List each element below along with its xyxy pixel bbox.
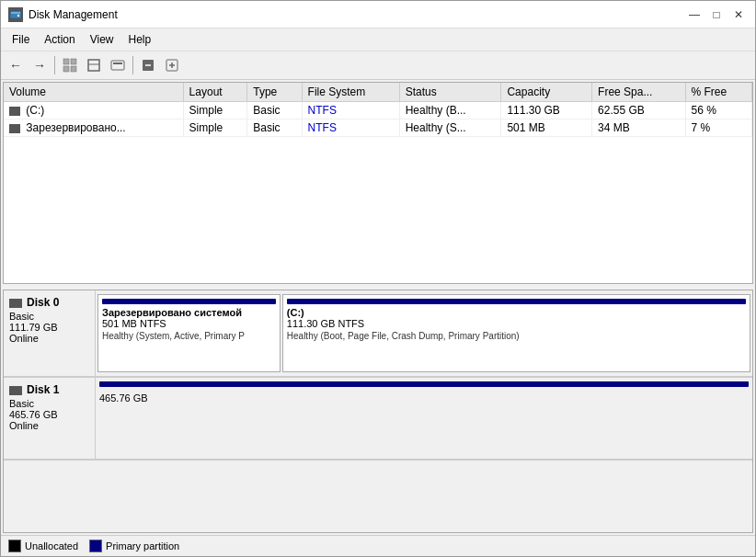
legend-primary-box [89,540,102,552]
title-bar-controls: — □ ✕ [685,6,748,24]
disk-0-status: Online [9,333,89,344]
toolbar-sep-1 [54,56,55,74]
toolbar-btn-5[interactable] [107,54,129,76]
partition-name-c: (C:) [287,307,746,318]
menu-help[interactable]: Help [121,30,159,49]
table-row[interactable]: (C:) Simple Basic NTFS Healthy (B... 111… [4,102,752,119]
col-status: Status [399,83,501,102]
cell-volume-1: Зарезервировано... [4,119,183,137]
disk-1-icon-wrap: Disk 1 [9,383,89,398]
partition-size-c: 111.30 GB NTFS [287,318,746,329]
partition-block-c[interactable]: (C:) 111.30 GB NTFS Healthy (Boot, Page … [282,294,750,372]
cell-layout-0: Simple [183,102,247,119]
svg-rect-1 [11,12,20,14]
disk-1-visual: 465.76 GB [96,378,752,459]
table-row[interactable]: Зарезервировано... Simple Basic NTFS Hea… [4,119,752,137]
col-freespace: Free Spa... [592,83,685,102]
disk-0-name: Disk 0 [27,296,59,309]
disk-1-size: 465.76 GB [9,409,89,420]
svg-rect-4 [71,59,76,64]
cell-fs-0: NTFS [302,102,399,119]
disk-1-bar [99,381,749,387]
legend-bar: Unallocated Primary partition [1,535,755,556]
disk-0-info: Disk 0 Basic 111.79 GB Online [4,290,96,376]
volume-table: Volume Layout Type File System Status Ca… [4,83,752,137]
cell-fs-1: NTFS [302,119,399,137]
col-volume: Volume [4,83,183,102]
partition-bar-c [287,299,746,304]
legend-unalloc-label: Unallocated [25,540,78,551]
svg-rect-9 [111,61,124,70]
table-header-row: Volume Layout Type File System Status Ca… [4,83,752,102]
legend-primary: Primary partition [89,540,179,552]
toolbar-btn-7[interactable] [161,54,183,76]
cell-pctfree-1: 7 % [685,119,752,137]
menu-file[interactable]: File [5,30,37,49]
title-bar-left: Disk Management [8,7,118,22]
col-type: Type [247,83,302,102]
maximize-button[interactable]: □ [707,6,726,24]
cell-type-0: Basic [247,102,302,119]
col-layout: Layout [183,83,247,102]
partition-size-reserved: 501 MB NTFS [102,318,276,329]
menu-action[interactable]: Action [37,30,82,49]
toolbar: ← → [1,51,755,80]
partition-block-reserved[interactable]: Зарезервировано системой 501 MB NTFS Hea… [97,294,281,372]
partition-name-reserved: Зарезервировано системой [102,307,276,318]
disk-1-name: Disk 1 [27,383,59,396]
toolbar-btn-6[interactable] [137,54,159,76]
disk-0-size: 111.79 GB [9,322,89,333]
disk-1-size-label: 465.76 GB [99,392,148,404]
svg-rect-6 [71,66,76,72]
minimize-button[interactable]: — [685,6,704,24]
svg-point-2 [17,14,19,16]
forward-button[interactable]: → [29,54,51,76]
legend-unalloc-box [8,540,21,552]
cell-freespace-1: 34 MB [592,119,685,137]
back-button[interactable]: ← [5,54,27,76]
app-icon [8,7,23,22]
disk-1-status: Online [9,420,89,431]
disk-0-visual: Зарезервировано системой 501 MB NTFS Hea… [96,290,752,376]
title-bar: Disk Management — □ ✕ [1,1,755,28]
cell-status-1: Healthy (S... [399,119,501,137]
disk-1-content: 465.76 GB [99,392,749,404]
svg-rect-7 [88,60,99,71]
cell-layout-1: Simple [183,119,247,137]
disk-1-entry: Disk 1 Basic 465.76 GB Online 465.76 GB [4,378,752,460]
disk-0-type: Basic [9,311,89,322]
partition-status-c: Healthy (Boot, Page File, Crash Dump, Pr… [287,331,746,341]
col-percentfree: % Free [685,83,752,102]
disk-management-window: Disk Management — □ ✕ File Action View H… [0,0,756,557]
main-content: Volume Layout Type File System Status Ca… [1,80,755,556]
legend-unalloc: Unallocated [8,540,78,552]
legend-primary-label: Primary partition [106,540,179,551]
partition-bar-reserved [102,299,276,304]
volume-list-panel: Volume Layout Type File System Status Ca… [3,82,753,284]
cell-capacity-1: 501 MB [501,119,592,137]
col-capacity: Capacity [501,83,592,102]
cell-volume-0: (C:) [4,102,183,119]
svg-rect-5 [63,66,69,72]
toolbar-btn-4[interactable] [83,54,105,76]
disk-1-type: Basic [9,398,89,409]
window-title: Disk Management [29,8,118,21]
cell-type-1: Basic [247,119,302,137]
toolbar-btn-3[interactable] [59,54,81,76]
disk-0-icon-wrap: Disk 0 [9,296,89,311]
col-filesystem: File System [302,83,399,102]
menu-bar: File Action View Help [1,28,755,51]
cell-pctfree-0: 56 % [685,102,752,119]
cell-capacity-0: 111.30 GB [501,102,592,119]
disk-visual-panel: Disk 0 Basic 111.79 GB Online Зарезервир… [3,290,753,533]
disk-1-info: Disk 1 Basic 465.76 GB Online [4,378,96,459]
toolbar-sep-2 [132,56,133,74]
svg-rect-10 [113,63,122,64]
cell-freespace-0: 62.55 GB [592,102,685,119]
cell-status-0: Healthy (B... [399,102,501,119]
disk-0-entry: Disk 0 Basic 111.79 GB Online Зарезервир… [4,290,752,378]
close-button[interactable]: ✕ [729,6,748,24]
menu-view[interactable]: View [83,30,121,49]
partition-status-reserved: Healthy (System, Active, Primary P [102,331,276,341]
svg-rect-3 [63,59,69,64]
